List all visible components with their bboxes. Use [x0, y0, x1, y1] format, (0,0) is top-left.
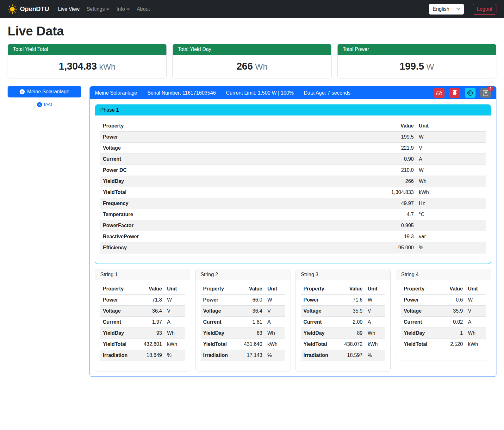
unit-cell: V — [416, 143, 486, 154]
string-table: Property Value Unit Power 71.8 — [100, 284, 185, 361]
property-cell: Voltage — [401, 306, 442, 317]
property-cell: Power — [100, 295, 141, 306]
card-title: Total Yield Total — [8, 44, 166, 55]
property-cell: YieldTotal — [100, 187, 289, 198]
inverter-selected-button[interactable]: Meine Solaranlage — [8, 86, 81, 97]
phase-1-card: Phase 1 Property Value Unit — [95, 104, 491, 264]
property-cell: Voltage — [301, 306, 341, 317]
value-cell: 438.072 — [341, 339, 365, 350]
unit-cell: A — [365, 317, 385, 328]
string-title: String 2 — [196, 269, 290, 280]
inverter-item-test[interactable]: test — [8, 102, 81, 108]
language-select-value: English — [433, 6, 449, 12]
power-icon — [452, 90, 457, 96]
value-cell: 1,304.833 — [289, 187, 416, 198]
unit-cell: W — [165, 295, 185, 306]
inverter-sidebar: Meine Solaranlage test — [8, 86, 81, 108]
string-table: Property Value Unit Power 66.0 — [201, 284, 285, 361]
cpu-icon — [467, 90, 473, 96]
table-row: Voltage 36.4 V — [201, 306, 285, 317]
nav-item-info[interactable]: Info — [114, 4, 132, 15]
total-power-card: Total Power 199.5W — [337, 44, 496, 78]
value-header: Value — [289, 121, 416, 132]
property-header: Property — [301, 284, 341, 295]
unit-cell: Wh — [465, 328, 486, 339]
event-count-badge: 2 — [488, 86, 493, 91]
property-header: Property — [100, 284, 141, 295]
card-value: 199.5 — [400, 61, 424, 72]
value-cell: 35.9 — [442, 306, 465, 317]
string-table: Property Value Unit Power 0.6 — [401, 284, 486, 350]
property-cell: Irradiation — [301, 350, 341, 361]
table-row: Irradiation 18.597 % — [301, 350, 385, 361]
value-cell: 36.4 — [241, 306, 265, 317]
table-row: YieldDay 93 Wh — [100, 328, 185, 339]
value-cell: 210.0 — [289, 165, 416, 176]
string-title: String 3 — [296, 269, 390, 280]
property-cell: PowerFactor — [100, 220, 289, 231]
nav-item-settings[interactable]: Settings — [84, 4, 112, 15]
unit-cell: % — [165, 350, 185, 361]
power-button[interactable] — [449, 88, 460, 98]
nav-item-live-view[interactable]: Live View — [55, 4, 82, 15]
unit-cell: kWh — [465, 339, 486, 350]
property-cell: Power — [201, 295, 241, 306]
property-cell: Voltage — [100, 143, 289, 154]
limit-settings-button[interactable] — [434, 88, 445, 98]
property-cell: YieldTotal — [100, 339, 141, 350]
phase-title: Phase 1 — [95, 105, 491, 115]
table-row: Current 1.81 A — [201, 317, 285, 328]
inverter-name: Meine Solaranlage — [95, 90, 137, 96]
phase-body: Property Value Unit Power 199.5 W — [95, 115, 491, 264]
nav-actions: English Logout — [429, 4, 496, 15]
value-cell: 1 — [442, 328, 465, 339]
logout-button[interactable]: Logout — [473, 4, 496, 15]
dropdown-caret-icon — [127, 9, 130, 10]
inverter-selected-label: Meine Solaranlage — [27, 89, 69, 95]
nav-item-about[interactable]: About — [134, 4, 152, 15]
property-header: Property — [201, 284, 241, 295]
property-cell: Irradiation — [201, 350, 241, 361]
table-row: YieldTotal 1,304.833 kWh — [100, 187, 486, 198]
value-cell: 36.4 — [141, 306, 165, 317]
property-cell: Current — [401, 317, 442, 328]
card-value: 266 — [237, 61, 253, 72]
card-unit: Wh — [255, 62, 267, 72]
value-cell: 0.02 — [442, 317, 465, 328]
unit-cell: V — [265, 306, 285, 317]
unit-cell: V — [165, 306, 185, 317]
table-row: YieldTotal 2.520 kWh — [401, 339, 486, 350]
table-header-row: Property Value Unit — [100, 121, 486, 132]
language-select[interactable]: English — [429, 4, 464, 15]
table-row: Power 71.8 W — [100, 295, 185, 306]
table-row: Frequency 49.97 Hz — [100, 198, 486, 209]
property-cell: YieldTotal — [201, 339, 241, 350]
string-4-card: String 4 Property Value Unit — [396, 269, 491, 360]
unit-cell: W — [265, 295, 285, 306]
event-log-button[interactable]: 2 — [480, 88, 491, 98]
string-body: Property Value Unit Power 66.0 — [196, 280, 290, 371]
journal-icon — [483, 90, 488, 96]
value-cell: 49.97 — [289, 198, 416, 209]
inverter-panel: Meine Solaranlage Serial Number: 1161716… — [90, 86, 496, 377]
table-row: Voltage 221.9 V — [100, 143, 486, 154]
unit-cell: kWh — [265, 339, 285, 350]
sun-icon — [8, 4, 17, 14]
device-info-button[interactable] — [465, 88, 476, 98]
property-cell: ReactivePower — [100, 231, 289, 242]
property-cell: YieldTotal — [401, 339, 442, 350]
inverter-panel-body: Phase 1 Property Value Unit — [90, 99, 496, 377]
value-cell: 66.0 — [241, 295, 265, 306]
unit-cell: Wh — [416, 176, 486, 187]
unit-cell: % — [416, 242, 486, 253]
nav-links: Live View Settings Info About — [55, 4, 428, 15]
table-row: YieldDay 1 Wh — [401, 328, 486, 339]
unit-cell: W — [465, 295, 486, 306]
card-unit: W — [426, 62, 434, 72]
chevron-down-icon — [456, 6, 460, 12]
value-cell: 0.6 — [442, 295, 465, 306]
unit-cell: Wh — [165, 328, 185, 339]
property-cell: Current — [100, 317, 141, 328]
brand-link[interactable]: OpenDTU — [8, 4, 49, 14]
unit-cell — [416, 220, 486, 231]
